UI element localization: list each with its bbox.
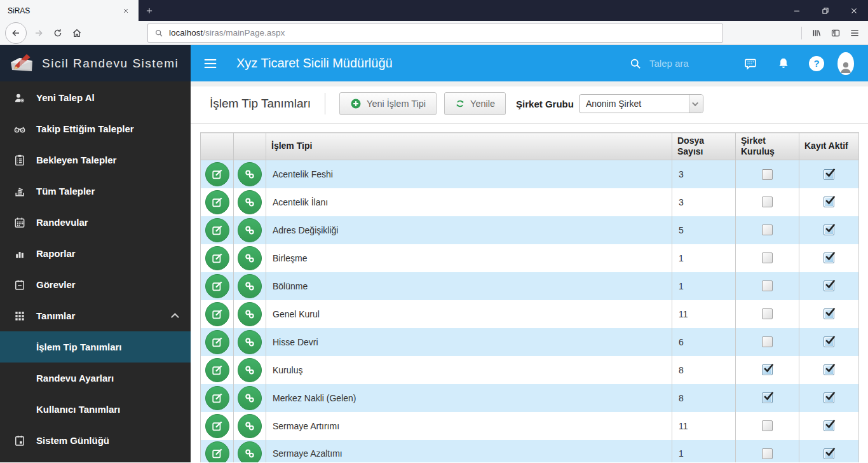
sirket-kurulus-checkbox[interactable] bbox=[762, 448, 773, 459]
link-button[interactable] bbox=[238, 274, 262, 298]
sirket-kurulus-checkbox[interactable] bbox=[762, 308, 773, 319]
link-button[interactable] bbox=[238, 162, 262, 186]
edit-button[interactable] bbox=[205, 386, 229, 410]
edit-cell bbox=[201, 244, 234, 272]
kayit-aktif-checkbox[interactable] bbox=[824, 197, 834, 207]
sidebar-item-4[interactable]: Randevular bbox=[0, 207, 191, 238]
dosya-sayisi-value: 3 bbox=[672, 160, 736, 188]
sidebar-item-5[interactable]: Raporlar bbox=[0, 238, 191, 269]
kayit-aktif-checkbox[interactable] bbox=[824, 280, 834, 291]
edit-button[interactable] bbox=[205, 274, 229, 298]
sidebar-item-2[interactable]: Bekleyen Talepler bbox=[0, 144, 191, 176]
link-button[interactable] bbox=[238, 386, 262, 410]
kayit-aktif-checkbox[interactable] bbox=[824, 225, 834, 235]
notifications-button[interactable] bbox=[775, 55, 792, 72]
edit-button[interactable] bbox=[205, 441, 229, 462]
sidebar-item-8[interactable]: İşlem Tip Tanımları bbox=[0, 331, 191, 363]
back-button[interactable] bbox=[5, 22, 27, 44]
url-input[interactable]: localhost/siras/mainPage.aspx bbox=[147, 24, 723, 43]
help-button[interactable]: ? bbox=[808, 55, 825, 72]
islem-tipi-value: Acentelik İlanı bbox=[266, 188, 672, 216]
edit-button[interactable] bbox=[205, 358, 229, 382]
edit-button[interactable] bbox=[205, 218, 229, 242]
kayit-aktif-checkbox[interactable] bbox=[824, 169, 834, 180]
tab-close-icon[interactable] bbox=[119, 4, 132, 17]
edit-button[interactable] bbox=[205, 330, 229, 354]
home-button[interactable] bbox=[67, 24, 86, 43]
sidebar-item-label: Randevu Ayarları bbox=[36, 373, 114, 384]
url-path: /siras/mainPage.aspx bbox=[203, 28, 285, 38]
sirket-kurulus-checkbox[interactable] bbox=[762, 169, 773, 180]
sirket-kurulus-checkbox[interactable] bbox=[762, 336, 773, 347]
window-restore-button[interactable] bbox=[811, 0, 839, 21]
islem-tipi-value: Birleşme bbox=[266, 244, 672, 272]
edit-button[interactable] bbox=[205, 302, 229, 326]
forward-button[interactable] bbox=[29, 24, 48, 43]
kayit-aktif-checkbox[interactable] bbox=[824, 448, 834, 459]
kayit-aktif-checkbox[interactable] bbox=[824, 336, 834, 347]
header-dosya-sayisi: Dosya Sayısı bbox=[672, 133, 736, 160]
refresh-button[interactable]: Yenile bbox=[444, 92, 506, 115]
sirket-kurulus-checkbox[interactable] bbox=[762, 252, 773, 263]
library-button[interactable] bbox=[807, 24, 826, 43]
sidebar-item-7[interactable]: Tanımlar bbox=[0, 300, 191, 331]
sirket-kurulus-checkbox[interactable] bbox=[762, 197, 773, 207]
window-close-button[interactable] bbox=[839, 0, 868, 21]
sidebar-item-10[interactable]: Kullanıcı Tanımları bbox=[0, 394, 191, 425]
sirket-grubu-select[interactable]: Anonim Şirket bbox=[579, 94, 703, 113]
sirket-kurulus-checkbox[interactable] bbox=[762, 225, 773, 235]
sidebar-item-3[interactable]: Tüm Talepler bbox=[0, 176, 191, 207]
dosya-sayisi-value: 6 bbox=[672, 328, 736, 356]
kayit-aktif-checkbox[interactable] bbox=[824, 252, 834, 263]
tab-title: SiRAS bbox=[8, 6, 119, 15]
islem-tipi-value: Hisse Devri bbox=[266, 328, 672, 356]
sidebar-item-1[interactable]: Takip Ettiğim Talepler bbox=[0, 113, 191, 144]
link-button[interactable] bbox=[238, 246, 262, 270]
new-tab-button[interactable] bbox=[139, 0, 160, 21]
link-button[interactable] bbox=[238, 358, 262, 382]
sidebar-item-11[interactable]: Sistem Günlüğü bbox=[0, 425, 191, 456]
messages-button[interactable] bbox=[742, 55, 759, 72]
table-container: İşlem Tipi Dosya Sayısı Şirket Kuruluş K… bbox=[191, 124, 868, 462]
kayit-aktif-checkbox[interactable] bbox=[824, 420, 834, 431]
sirket-kurulus-checkbox[interactable] bbox=[762, 280, 773, 291]
edit-button[interactable] bbox=[205, 162, 229, 186]
link-button[interactable] bbox=[238, 190, 262, 214]
link-button[interactable] bbox=[238, 302, 262, 326]
link-button[interactable] bbox=[238, 441, 262, 462]
sirket-kurulus-checkbox[interactable] bbox=[762, 420, 773, 431]
sidebar-item-9[interactable]: Randevu Ayarları bbox=[0, 363, 191, 394]
app-header: Xyz Ticaret Sicili Müdürlüğü Talep ara ? bbox=[191, 45, 868, 81]
sirket-kurulus-checkbox[interactable] bbox=[762, 364, 773, 375]
edit-button[interactable] bbox=[205, 190, 229, 214]
bell-icon bbox=[776, 57, 790, 71]
edit-button[interactable] bbox=[205, 414, 229, 438]
link-button[interactable] bbox=[238, 330, 262, 354]
sidebar-toggle-button[interactable] bbox=[826, 24, 845, 43]
browser-menu-button[interactable] bbox=[845, 24, 864, 43]
note-icon bbox=[12, 277, 27, 293]
talep-ara-input[interactable]: Talep ara bbox=[629, 57, 726, 70]
sidebar-item-6[interactable]: Görevler bbox=[0, 269, 191, 300]
profile-button[interactable] bbox=[837, 55, 854, 72]
refresh-icon bbox=[455, 99, 465, 109]
sirket-kurulus-checkbox[interactable] bbox=[762, 392, 773, 403]
table-row: Genel Kurul 11 bbox=[201, 300, 859, 328]
browser-tab[interactable]: SiRAS bbox=[0, 0, 139, 21]
kayit-aktif-checkbox[interactable] bbox=[824, 364, 834, 375]
edit-button[interactable] bbox=[205, 246, 229, 270]
new-islem-tipi-button[interactable]: Yeni İşlem Tipi bbox=[339, 92, 437, 115]
menu-toggle-icon[interactable] bbox=[202, 55, 219, 72]
kayit-aktif-checkbox[interactable] bbox=[824, 308, 834, 319]
link-cell bbox=[234, 244, 266, 272]
table-row: Birleşme 1 bbox=[201, 244, 859, 272]
sidebar-item-label: Yeni Talep Al bbox=[36, 92, 95, 103]
sidebar-item-0[interactable]: Yeni Talep Al bbox=[0, 82, 191, 113]
kayit-aktif-checkbox[interactable] bbox=[824, 392, 834, 403]
link-button[interactable] bbox=[238, 414, 262, 438]
clipboard-icon bbox=[12, 153, 27, 168]
reload-button[interactable] bbox=[48, 24, 67, 43]
window-minimize-button[interactable] bbox=[782, 0, 811, 21]
link-button[interactable] bbox=[238, 218, 262, 242]
sidebar-item-label: Sistem Günlüğü bbox=[36, 435, 109, 446]
